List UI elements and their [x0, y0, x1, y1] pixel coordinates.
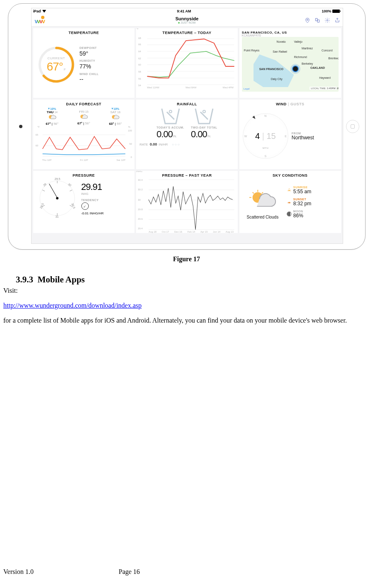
location-title[interactable]: Sunnyside JUST NOW [176, 16, 199, 24]
moon-pct: 86% [293, 213, 303, 219]
section-heading: 3.9.3 Mobile Apps [16, 275, 370, 285]
moon-icon [287, 211, 292, 216]
sky-icon: Scattered Clouds [243, 188, 283, 219]
partly-cloudy-icon [111, 114, 120, 121]
card-title: SKY CONDITIONS [243, 173, 338, 177]
download-link[interactable]: http://www.wunderground.com/download/ind… [3, 302, 141, 309]
sunrise-time: 5:55 am [293, 189, 311, 194]
temp-unit: F [64, 68, 66, 71]
dewpoint-value: 59° [80, 50, 99, 57]
wifi-icon [42, 10, 46, 12]
rain-today-value: 0.00 [156, 129, 173, 139]
trend-down-icon: ↓ [80, 201, 90, 211]
forecast-days: ▾10% THU 14 67° | 56° FRI 15 67° | 56° ▾… [37, 107, 132, 126]
rain-rate-value: 0.00 [150, 142, 157, 146]
page-footer: Version 1.0 Page 16 [0, 568, 373, 576]
wind-arrow-icon [252, 116, 256, 120]
card-title: WIND | GUSTS [243, 102, 338, 106]
partly-cloudy-icon [79, 114, 88, 120]
wind-direction: Northwest [292, 135, 314, 141]
card-title: DAILY FORECAST [37, 102, 132, 106]
partly-cloudy-icon [48, 114, 57, 121]
layers-icon[interactable] [314, 17, 320, 23]
card-temp-today[interactable]: °F TEMPERATURE – TODAY 68 66 64 62 60 58… [136, 28, 238, 98]
card-sky[interactable]: SKY CONDITIONS Scattered Clouds SUNRISE5… [239, 171, 341, 233]
svg-point-20 [203, 110, 205, 113]
location-icon[interactable] [305, 17, 310, 23]
sunset-icon [287, 199, 292, 204]
battery-label: 100% [322, 9, 331, 13]
card-title: PRESSURE [37, 173, 132, 177]
wind-compass: NSEW 4 | 15 MPH [243, 113, 288, 159]
svg-line-38 [262, 192, 263, 193]
wunderground-logo-icon[interactable]: vvvv [34, 16, 45, 24]
map-marker-icon [292, 66, 299, 72]
ipad-screen: iPad 9:41 AM 100% vvvv Sunnyside JUST NO… [31, 8, 343, 244]
svg-point-1 [327, 19, 328, 21]
ipad-frame: iPad 9:41 AM 100% vvvv Sunnyside JUST NO… [8, 3, 366, 250]
card-title: TEMPERATURE [37, 31, 132, 35]
raindrop-icon: ▾ [112, 107, 113, 110]
station-id: KCASANFR70 [242, 34, 339, 37]
card-forecast[interactable]: DAILY FORECAST ▾10% THU 14 67° | 56° FRI… [33, 100, 135, 169]
tendency-value: -0.01 INHG/HR [81, 211, 104, 215]
card-rainfall[interactable]: RAINFALL TODAY'S ACCUM. 0.00IN. TWO-DAY … [136, 100, 238, 169]
temp-today-chart: 68 66 64 62 60 58 56 54 [139, 36, 234, 86]
gear-icon[interactable] [324, 17, 330, 23]
body-paragraph: for a complete list of Mobile apps for i… [3, 316, 370, 325]
wind-gust: 15 [266, 131, 275, 141]
windchill-value: -- [80, 76, 99, 83]
carrier-label: iPad [33, 9, 41, 13]
map-legal-link[interactable]: Legal [244, 87, 250, 90]
card-wind[interactable]: WIND | GUSTS NSEW 4 | 15 MPH FROM Northw… [239, 100, 341, 169]
droplet-icon: ○○○ [172, 143, 180, 146]
version-label: Version 1.0 [3, 568, 34, 576]
temperature-stats: DEWPOINT 59° HUMIDITY 77% WIND CHILL -- [80, 46, 99, 83]
bucket-icon [159, 108, 182, 124]
forecast-chart: 6560 100500 [37, 129, 132, 159]
figure-caption: Figure 17 [3, 255, 370, 263]
wind-speed: 4 [255, 131, 260, 141]
last-updated: JUST NOW [180, 21, 195, 24]
pressure-value: 29.91 [81, 182, 104, 192]
bucket-icon [193, 108, 215, 124]
rain-2day-value: 0.00 [191, 129, 207, 139]
card-pressure[interactable]: PRESSURE 28.5 29 29.5 30 30.5 31 [33, 171, 135, 233]
body-visit: Visit: [3, 287, 370, 295]
card-title: RAINFALL [139, 102, 234, 106]
sky-description: Scattered Clouds [243, 215, 283, 219]
svg-line-37 [253, 192, 254, 193]
pressure-year-chart: 30.4 30.2 30 29.8 29.6 29.4 [139, 177, 234, 231]
app-header: vvvv Sunnyside JUST NOW [32, 14, 343, 27]
status-bar: iPad 9:41 AM 100% [32, 8, 343, 14]
share-icon[interactable] [334, 17, 340, 23]
svg-point-18 [169, 110, 172, 113]
raindrop-icon: ▾ [48, 107, 50, 110]
humidity-value: 77% [80, 63, 99, 70]
ipad-camera-icon [19, 125, 22, 128]
card-pressure-year[interactable]: INHG PRESSURE – PAST YEAR 30.4 30.2 30 2… [136, 171, 238, 233]
map-canvas[interactable]: Novato Vallejo Point Reyes San Rafael Ma… [242, 37, 339, 92]
sunrise-icon [287, 187, 292, 192]
status-dot-icon [178, 22, 180, 24]
pressure-gauge: 28.5 29 29.5 30 30.5 31 [37, 177, 78, 219]
temp-value: 67° [46, 60, 63, 73]
card-temperature[interactable]: TEMPERATURE CURRENT 67°F DEWPOINT [33, 28, 135, 98]
card-map[interactable]: SAN FRANCISCO, CA, US KCASANFR70 Novato … [239, 28, 341, 98]
sunset-time: 8:32 pm [293, 201, 311, 207]
current-label: CURRENT [47, 56, 65, 60]
battery-icon [332, 10, 341, 13]
location-name: Sunnyside [176, 16, 199, 21]
svg-point-0 [307, 19, 308, 20]
card-title: PRESSURE – PAST YEAR [139, 173, 234, 177]
card-title: TEMPERATURE – TODAY [139, 31, 234, 35]
page-number: Page 16 [119, 568, 140, 576]
ipad-home-button [346, 120, 359, 133]
status-clock: 9:41 AM [177, 9, 191, 13]
dashboard-grid: TEMPERATURE CURRENT 67°F DEWPOINT [32, 27, 343, 235]
temperature-gauge: CURRENT 67°F [37, 45, 76, 85]
map-localtime: LOCAL TIME: 3:40PM [310, 87, 336, 90]
